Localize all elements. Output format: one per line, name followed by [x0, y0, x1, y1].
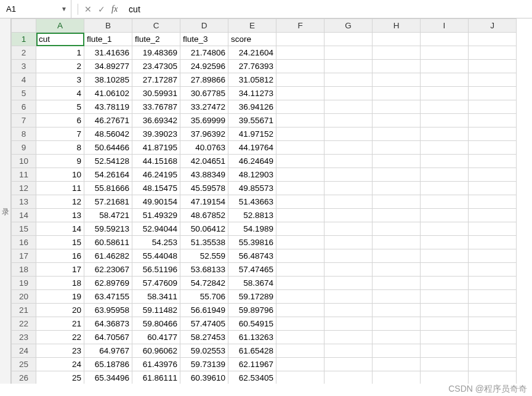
cell[interactable] — [421, 331, 469, 344]
spreadsheet-grid[interactable]: ABCDEFGHIJ 1cutflute_1flute_2flute_3scor… — [11, 18, 532, 384]
cell[interactable] — [373, 141, 421, 155]
cell[interactable]: 46.24195 — [132, 168, 180, 182]
cell[interactable] — [276, 100, 324, 114]
chevron-down-icon[interactable]: ▼ — [61, 6, 67, 12]
cell[interactable]: 51.35538 — [180, 236, 228, 249]
column-header-F[interactable]: F — [276, 19, 324, 33]
cell[interactable] — [276, 127, 324, 141]
cell[interactable] — [276, 222, 324, 236]
cell[interactable]: 17 — [36, 263, 84, 277]
cell[interactable]: 6 — [36, 114, 84, 127]
cell[interactable]: 60.58611 — [84, 236, 132, 249]
cell[interactable]: 24.92596 — [180, 60, 228, 73]
cell[interactable]: 22 — [36, 331, 84, 344]
row-header[interactable]: 26 — [12, 371, 36, 384]
cell[interactable] — [276, 209, 324, 222]
cell[interactable]: 64.36873 — [84, 317, 132, 331]
cell[interactable] — [324, 73, 373, 87]
cell[interactable] — [421, 344, 469, 358]
cell[interactable]: cut — [36, 33, 84, 46]
cell[interactable]: 63.47155 — [84, 290, 132, 304]
column-header-H[interactable]: H — [373, 19, 421, 33]
cell[interactable] — [373, 317, 421, 331]
cell[interactable]: 56.51196 — [132, 263, 180, 277]
cell[interactable]: 13 — [36, 209, 84, 222]
cell[interactable]: 15 — [36, 236, 84, 249]
cell[interactable] — [373, 222, 421, 236]
cell[interactable] — [469, 46, 517, 60]
cell[interactable] — [469, 222, 517, 236]
cell[interactable] — [373, 344, 421, 358]
column-header-I[interactable]: I — [421, 19, 469, 33]
cell[interactable] — [324, 182, 373, 195]
cell[interactable]: 31.41636 — [84, 46, 132, 60]
cell[interactable] — [324, 317, 373, 331]
row-header[interactable]: 12 — [12, 182, 36, 195]
cell[interactable]: 44.19764 — [228, 141, 276, 155]
column-header-E[interactable]: E — [228, 19, 276, 33]
cell[interactable] — [469, 114, 517, 127]
cell[interactable] — [373, 249, 421, 263]
cell[interactable]: 55.39816 — [228, 236, 276, 249]
cell[interactable] — [324, 195, 373, 209]
cell[interactable]: 54.253 — [132, 236, 180, 249]
cell[interactable]: 59.17289 — [228, 290, 276, 304]
cell[interactable]: 60.4177 — [132, 331, 180, 344]
cell[interactable]: 33.27472 — [180, 100, 228, 114]
cell[interactable] — [324, 371, 373, 384]
cell[interactable]: score — [228, 33, 276, 46]
row-header[interactable]: 14 — [12, 209, 36, 222]
cell[interactable] — [373, 168, 421, 182]
cell[interactable]: 49.90154 — [132, 195, 180, 209]
row-header[interactable]: 19 — [12, 277, 36, 290]
row-header[interactable]: 4 — [12, 73, 36, 87]
row-header[interactable]: 7 — [12, 114, 36, 127]
cell[interactable] — [324, 46, 373, 60]
row-header[interactable]: 20 — [12, 290, 36, 304]
cell[interactable] — [276, 344, 324, 358]
cell[interactable]: 63.95958 — [84, 304, 132, 317]
confirm-icon[interactable]: ✓ — [98, 4, 105, 14]
cell[interactable] — [421, 304, 469, 317]
cell[interactable]: 61.65428 — [228, 344, 276, 358]
cell[interactable]: 9 — [36, 155, 84, 168]
cell[interactable]: 41.97152 — [228, 127, 276, 141]
cell[interactable]: 65.18786 — [84, 358, 132, 371]
cell[interactable] — [276, 33, 324, 46]
row-header[interactable]: 18 — [12, 263, 36, 277]
cell[interactable] — [421, 33, 469, 46]
cell[interactable]: 42.04651 — [180, 155, 228, 168]
cell[interactable] — [276, 182, 324, 195]
cell[interactable] — [469, 358, 517, 371]
cell[interactable]: 52.8813 — [228, 209, 276, 222]
cell[interactable] — [373, 155, 421, 168]
cell[interactable]: 60.54915 — [228, 317, 276, 331]
cell[interactable] — [469, 263, 517, 277]
cell[interactable]: 61.43976 — [132, 358, 180, 371]
cell[interactable]: 64.70567 — [84, 331, 132, 344]
cell[interactable] — [276, 277, 324, 290]
cell[interactable]: 16 — [36, 249, 84, 263]
cell[interactable] — [373, 73, 421, 87]
column-header-A[interactable]: A — [36, 19, 84, 33]
cell[interactable] — [469, 87, 517, 100]
cell[interactable] — [421, 46, 469, 60]
cell[interactable] — [276, 46, 324, 60]
cell[interactable]: 40.0763 — [180, 141, 228, 155]
cell[interactable]: 64.9767 — [84, 344, 132, 358]
cell[interactable]: 38.10285 — [84, 73, 132, 87]
cell[interactable] — [421, 127, 469, 141]
cell[interactable]: 30.67785 — [180, 87, 228, 100]
left-panel-tab[interactable]: 录 — [0, 18, 11, 384]
cell[interactable] — [421, 87, 469, 100]
cell[interactable] — [324, 358, 373, 371]
cell[interactable]: 12 — [36, 195, 84, 209]
cell[interactable] — [373, 46, 421, 60]
cell[interactable] — [276, 236, 324, 249]
cell[interactable] — [324, 33, 373, 46]
cell[interactable]: 59.89796 — [228, 304, 276, 317]
cell[interactable] — [469, 371, 517, 384]
column-header-B[interactable]: B — [84, 19, 132, 33]
cell[interactable] — [421, 100, 469, 114]
cell[interactable] — [421, 317, 469, 331]
